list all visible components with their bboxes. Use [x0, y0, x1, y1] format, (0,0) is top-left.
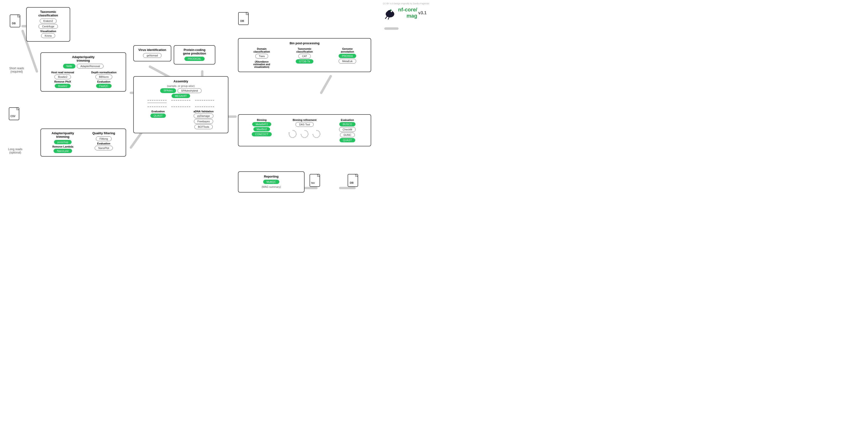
assembly-eval-label: Evaluation: [136, 110, 180, 113]
csv-icon: CSV: [8, 107, 22, 123]
spades-pill: SPAdes: [160, 88, 176, 93]
quast-binning-pill: QUAST: [340, 138, 355, 142]
megahit-pill: MEGAHIT: [172, 94, 190, 98]
credit-text: CC-BY 4.0 Design originally by Zandra Fa…: [383, 2, 429, 5]
taxonomic-title: Taxonomicclassification: [29, 10, 67, 17]
svg-text:DB: DB: [350, 181, 353, 184]
reporting-box: Reporting MultiQC (MAG summary): [238, 172, 305, 192]
bin-postprocessing-box: Bin post-processing Domainclassification…: [238, 38, 371, 72]
krona-pill: Krona: [41, 33, 55, 38]
prodigal-pill: PRODIGAL: [184, 57, 205, 61]
abundance-label: (Abundanceestimation andvisualization): [241, 60, 282, 68]
eval-binning-label: Evaluation: [327, 119, 368, 121]
svg-text:CSV: CSV: [10, 115, 16, 118]
bbnorm-pill: BBNorm: [95, 74, 113, 79]
dastool-pill: DAS Tool: [296, 122, 314, 127]
nfcore-logo-icon: [383, 6, 397, 20]
svg-point-2: [387, 10, 393, 15]
virus-id-title: Virus identification: [136, 48, 168, 52]
virus-id-box: Virus identification geNomad: [133, 45, 171, 61]
svg-text:DB: DB: [240, 20, 244, 22]
gunc-pill: GUNC: [340, 132, 355, 137]
assembly-box: Assembly (sample- or group-wise) SPAdes …: [133, 76, 228, 133]
binning-box: Binning MetaBAT2 MaxBin2 CONCOCT Binning…: [238, 114, 371, 146]
checkm-pill: CheckM: [339, 127, 356, 132]
taxon-class-label2: Taxonomicclassification: [284, 48, 325, 53]
assembly-title: Assembly: [136, 80, 225, 83]
mag-summary-label: (MAG summary): [241, 185, 301, 188]
multiqc-pill: MultiQC: [263, 180, 279, 184]
kraken2-pill: Kraken2: [40, 19, 57, 23]
db-icon-bin-postproc: DB: [238, 12, 251, 28]
svg-marker-16: [288, 132, 290, 134]
taxonomic-box: Taxonomicclassification Kraken2 Centrifu…: [26, 7, 70, 42]
domain-class-label: Domainclassification: [241, 48, 282, 53]
fastqc-pill: FastQC: [96, 84, 112, 88]
spadeshybrid-pill: SPAdesHybrid: [178, 88, 202, 93]
long-reads-label: Long reads(optional): [3, 148, 27, 154]
filtlong-pill: Filtlong: [96, 136, 111, 141]
maxbin2-pill: MaxBin2: [253, 127, 270, 131]
depth-norm-label: Depth normalisation: [85, 71, 123, 74]
circular-arrow-1: [288, 129, 298, 139]
bin-postproc-title: Bin post-processing: [241, 41, 368, 45]
cat-pill: CAT: [299, 54, 311, 59]
porechop-pill: porechop: [54, 140, 72, 144]
svg-text:DB: DB: [12, 22, 16, 25]
svg-text:tsv: tsv: [311, 182, 315, 184]
fastp-pill: fastp: [63, 64, 75, 68]
busco-pill: BUSCO: [339, 122, 355, 126]
gtdbtk-pill: GTDB-Tk: [296, 59, 313, 64]
protein-coding-box: Protein-codinggene prediction PRODIGAL: [174, 45, 215, 64]
prokka-pill: PROKKA: [339, 54, 356, 58]
short-reads-label: Short reads(required): [5, 67, 29, 73]
genomad-pill: geNomad: [143, 53, 161, 58]
logo-version: v3.1: [418, 10, 427, 15]
svg-point-3: [391, 11, 392, 12]
reporting-title: Reporting: [241, 175, 301, 178]
nanoplot-pill: NanoPlot: [95, 146, 113, 150]
centrifuge-pill: Centrifuge: [38, 24, 58, 29]
db-icon-reporting: DB: [347, 174, 360, 190]
db-icon-top-left: DB: [9, 14, 22, 30]
protein-coding-title: Protein-codinggene prediction: [177, 48, 213, 55]
adapter-long-title: Adapter/qualitytrimming: [43, 131, 82, 138]
quality-filter-label: Quality filtering: [84, 131, 123, 135]
eval-short-label: Evaluation: [85, 80, 123, 83]
bcftools-pill: BCFTools: [194, 124, 213, 129]
remove-phix-label: Remove PhiX: [43, 80, 82, 83]
tsv-icon: tsv: [309, 174, 322, 190]
circular-arrow-3: [312, 129, 321, 139]
tiara-pill: Tiara: [255, 54, 269, 59]
bowtie2-phix-pill: Bowtie2: [55, 84, 71, 88]
nanolyse-pill: NanoLyse: [54, 149, 72, 153]
adapter-short-box: Adapter/qualitytrimming fastp AdapterRem…: [40, 52, 126, 92]
adapter-long-box: Adapter/qualitytrimming porechop Remove …: [40, 128, 126, 157]
remove-lambda-label: Remove Lambda: [43, 145, 82, 148]
circular-arrow-2: [300, 129, 309, 139]
pydamage-pill: pyDamage: [194, 114, 213, 118]
bowtie2-host-pill: Bowtie2: [55, 74, 71, 79]
metaeuk-pill: MetaEuk: [339, 59, 356, 64]
assembly-subtitle: (sample- or group-wise): [136, 85, 225, 87]
freebayes-pill: Freebayes: [194, 119, 213, 124]
quast-assembly-pill: QUAST: [150, 114, 166, 118]
genome-annot-label: Genomeannotation: [327, 48, 368, 53]
svg-line-5: [385, 16, 388, 19]
viz-label: Visualization: [29, 30, 67, 33]
binning-label: Binning: [241, 119, 282, 121]
adapter-short-title: Adapter/qualitytrimming: [43, 55, 123, 62]
binning-refine-label: Binning refinement: [284, 119, 325, 121]
host-removal-label: Host read removal: [43, 71, 82, 74]
adapterremoval-pill: AdapterRemoval: [77, 64, 103, 68]
eval-long-label: Evaluation: [84, 142, 123, 145]
adna-label: aDNA Validation: [182, 110, 225, 113]
concoct-pill: CONCOCT: [252, 132, 272, 136]
logo-area: CC-BY 4.0 Design originally by Zandra Fa…: [383, 2, 429, 20]
logo-name: nf-core/mag: [398, 7, 417, 19]
metabat2-pill: MetaBAT2: [252, 122, 271, 126]
